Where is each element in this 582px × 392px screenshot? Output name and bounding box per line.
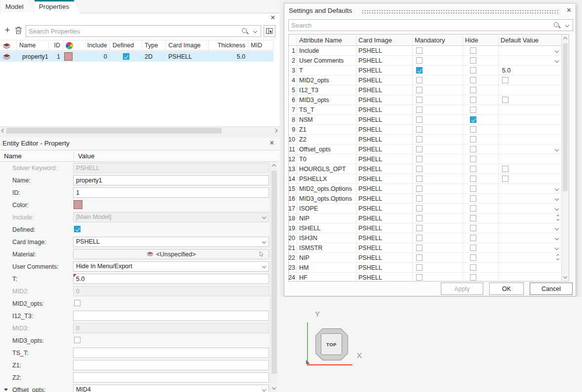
dialog-close-icon[interactable]: × — [567, 7, 571, 14]
hide-checkbox[interactable] — [470, 97, 476, 103]
mandatory-checkbox[interactable] — [416, 77, 423, 83]
table-row[interactable]: 8NSMPSHELL — [289, 115, 562, 125]
hide-checkbox[interactable] — [470, 225, 476, 231]
add-property-button[interactable]: + — [3, 25, 12, 36]
table-row[interactable]: 23HMPSHELL — [289, 263, 562, 273]
chevron-down-icon[interactable] — [555, 59, 559, 63]
mandatory-checkbox[interactable] — [416, 116, 423, 123]
entity-editor-close-icon[interactable]: × — [270, 140, 274, 146]
mandatory-checkbox[interactable] — [416, 126, 423, 133]
mandatory-checkbox[interactable] — [416, 274, 423, 281]
chevron-down-icon[interactable] — [555, 207, 559, 211]
field-input[interactable] — [73, 274, 269, 284]
hide-checkbox[interactable] — [470, 176, 476, 182]
scroll-up-icon[interactable] — [563, 37, 567, 41]
header-defined[interactable]: Defined — [110, 40, 142, 50]
header-mid[interactable]: MID — [248, 40, 273, 50]
cell-color[interactable] — [63, 51, 86, 62]
mandatory-checkbox[interactable] — [416, 107, 423, 113]
hide-checkbox[interactable] — [470, 254, 476, 261]
scroll-right-icon[interactable] — [273, 129, 277, 133]
cancel-button[interactable]: Cancel — [530, 283, 573, 295]
hide-checkbox[interactable] — [470, 77, 476, 83]
header-include[interactable]: Include — [86, 40, 110, 50]
checkbox[interactable] — [74, 226, 80, 232]
hide-checkbox[interactable] — [470, 185, 476, 192]
checkbox[interactable] — [74, 300, 80, 306]
property-table-row[interactable]: property1 1 0 2D PSHELL 5.0 — [0, 51, 273, 62]
column-chooser-button[interactable] — [264, 25, 275, 37]
dropdown-field[interactable]: Hide In Menu/Export — [73, 261, 269, 272]
mandatory-checkbox[interactable] — [416, 136, 423, 143]
hide-checkbox[interactable] — [470, 57, 476, 64]
mandatory-checkbox[interactable] — [416, 166, 423, 172]
scroll-left-icon[interactable] — [1, 129, 5, 133]
header-color[interactable] — [63, 40, 86, 50]
checkbox[interactable] — [74, 337, 80, 343]
table-row[interactable]: 19ISHELLPSHELL — [289, 223, 562, 233]
hide-checkbox[interactable] — [470, 116, 476, 123]
table-row[interactable]: 20ISH3NPSHELL — [289, 233, 562, 243]
scroll-down-icon[interactable] — [272, 386, 276, 390]
horizontal-scrollbar[interactable] — [0, 126, 279, 134]
spinner-control[interactable] — [557, 215, 559, 220]
default-checkbox[interactable] — [502, 176, 508, 182]
hide-checkbox[interactable] — [470, 146, 476, 152]
table-row[interactable]: 16MID3_opts.OptionsPSHELL — [289, 194, 562, 204]
ok-button[interactable]: OK — [489, 283, 524, 295]
table-row[interactable]: 10Z2PSHELL — [289, 135, 562, 144]
mandatory-checkbox[interactable] — [416, 254, 423, 261]
table-row[interactable]: 13HOURGLS_OPTPSHELL — [289, 164, 562, 174]
scroll-up-icon[interactable] — [272, 164, 276, 168]
chevron-down-icon[interactable] — [555, 246, 559, 250]
chevron-down-icon[interactable] — [555, 197, 559, 201]
chevron-down-icon[interactable] — [555, 236, 559, 240]
field-input[interactable] — [73, 360, 269, 370]
hide-checkbox[interactable] — [470, 235, 476, 241]
hide-checkbox[interactable] — [470, 136, 476, 143]
field-input[interactable] — [73, 348, 269, 358]
hide-checkbox[interactable] — [470, 274, 476, 281]
mandatory-checkbox[interactable] — [416, 185, 423, 192]
scroll-down-icon[interactable] — [563, 275, 567, 279]
field-input[interactable] — [73, 311, 269, 321]
hide-checkbox[interactable] — [470, 67, 476, 73]
properties-search-input[interactable] — [29, 26, 216, 36]
mandatory-checkbox[interactable] — [416, 146, 423, 152]
default-checkbox[interactable] — [502, 97, 508, 103]
hide-checkbox[interactable] — [470, 126, 476, 133]
defined-checkbox[interactable] — [123, 53, 129, 60]
mandatory-checkbox[interactable] — [416, 195, 423, 202]
mandatory-checkbox[interactable] — [416, 97, 423, 103]
header-id[interactable]: ID — [49, 40, 63, 50]
scrollbar-thumb[interactable] — [272, 171, 277, 374]
table-row[interactable]: 3TPSHELL5.0 — [289, 66, 562, 75]
table-row[interactable]: 22NIPPSHELL — [289, 253, 562, 263]
header-card-image[interactable]: Card Image — [356, 35, 413, 45]
hide-checkbox[interactable] — [470, 107, 476, 113]
field-input[interactable] — [73, 175, 269, 185]
view-cube[interactable]: TOP — [315, 328, 348, 360]
delete-property-button[interactable] — [15, 26, 22, 36]
table-row[interactable]: 6MID3_optsPSHELL — [289, 95, 562, 105]
field-input[interactable] — [73, 372, 269, 383]
mandatory-checkbox[interactable] — [416, 87, 423, 93]
mandatory-checkbox[interactable] — [416, 235, 423, 241]
table-row[interactable]: 14PSHELLXPSHELL — [289, 174, 562, 184]
chevron-down-icon[interactable] — [555, 147, 559, 151]
mandatory-checkbox[interactable] — [416, 156, 423, 162]
header-mandatory[interactable]: Mandatory — [413, 35, 463, 45]
view-cube-top-face[interactable]: TOP — [321, 333, 342, 355]
mandatory-checkbox[interactable] — [416, 176, 423, 182]
scrollbar-thumb[interactable] — [563, 43, 568, 191]
hide-checkbox[interactable] — [470, 264, 476, 271]
header-attribute-name[interactable]: Attribute Name — [297, 35, 356, 45]
tab-model[interactable]: Model — [1, 0, 35, 13]
chevron-down-icon[interactable] — [555, 187, 559, 191]
header-hide[interactable]: Hide — [463, 35, 499, 45]
table-row[interactable]: 11Offset_optsPSHELL — [289, 144, 562, 154]
panel-close-icon[interactable]: × — [271, 14, 275, 21]
hide-checkbox[interactable] — [470, 166, 476, 172]
apply-button[interactable]: Apply — [441, 283, 483, 295]
header-thickness[interactable]: Thickness — [209, 40, 248, 50]
